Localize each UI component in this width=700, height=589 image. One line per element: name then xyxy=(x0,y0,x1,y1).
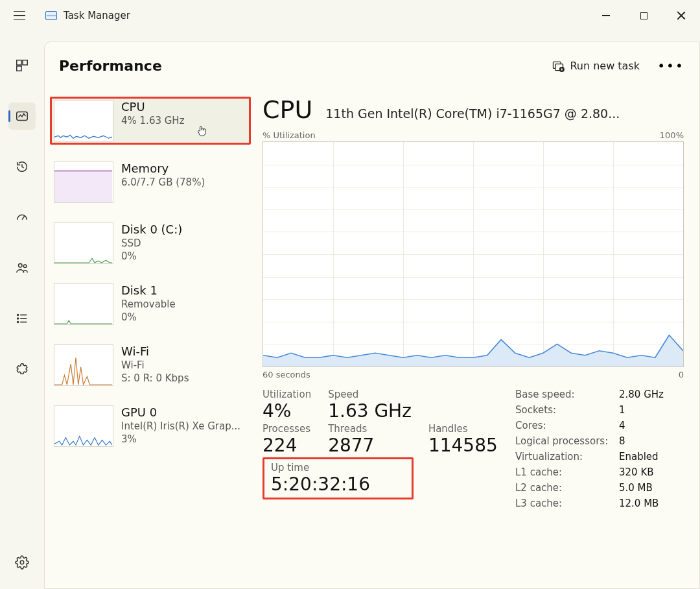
nav-settings[interactable] xyxy=(8,549,36,576)
mini-chart-gpu xyxy=(54,405,113,447)
mini-chart-wifi xyxy=(54,344,113,386)
perf-item-sub: Intel(R) Iris(R) Xe Grap... xyxy=(121,420,240,432)
main-panel: Performance Run new task ••• xyxy=(44,42,700,589)
cpu-chart[interactable] xyxy=(262,141,684,367)
cpu-model: 11th Gen Intel(R) Core(TM) i7-1165G7 @ 2… xyxy=(325,106,684,121)
stat-uptime-label: Up time xyxy=(271,462,370,474)
perf-list: CPU 4% 1.63 GHz Memor xyxy=(50,93,251,584)
mini-chart-memory xyxy=(54,162,113,203)
perf-item-disk0[interactable]: Disk 0 (C:) SSD 0% xyxy=(50,220,251,267)
maximize-button[interactable] xyxy=(625,3,662,29)
svg-rect-1 xyxy=(23,60,27,65)
perf-item-label: Disk 0 (C:) xyxy=(121,222,182,236)
nav-processes[interactable] xyxy=(8,52,36,79)
svg-point-10 xyxy=(18,322,19,323)
stat-speed-label: Speed xyxy=(328,389,412,400)
chart-xmax: 0 xyxy=(679,370,684,379)
perf-item-sub: SSD xyxy=(121,237,182,249)
perf-item-sub: Removable xyxy=(121,298,176,310)
run-new-task-button[interactable]: Run new task xyxy=(542,56,649,76)
perf-item-sub: 4% 1.63 GHz xyxy=(121,115,185,126)
perf-item-sub2: 0% xyxy=(121,311,176,323)
detail-pane: CPU 11th Gen Intel(R) Core(TM) i7-1165G7… xyxy=(251,93,699,584)
hamburger-button[interactable] xyxy=(5,1,34,30)
perf-item-sub2: 0% xyxy=(121,250,182,262)
stat-utilization-label: Utilization xyxy=(262,389,311,400)
run-task-icon xyxy=(552,60,563,71)
run-task-label: Run new task xyxy=(570,60,640,72)
svg-point-4 xyxy=(19,264,23,268)
mini-chart-disk0 xyxy=(54,222,113,264)
cursor-icon xyxy=(196,123,209,139)
perf-item-label: GPU 0 xyxy=(121,405,240,419)
chart-xmin: 60 seconds xyxy=(262,370,310,379)
uptime-highlight: Up time 5:20:32:16 xyxy=(262,457,414,499)
perf-item-disk1[interactable]: Disk 1 Removable 0% xyxy=(50,281,251,328)
perf-item-sub2: 3% xyxy=(121,433,240,445)
svg-point-5 xyxy=(23,265,27,268)
mini-chart-cpu xyxy=(54,100,113,141)
cpu-facts: Base speed:2.80 GHz Sockets:1 Cores:4 Lo… xyxy=(515,389,684,509)
stat-processes-label: Processes xyxy=(262,423,311,435)
minimize-button[interactable] xyxy=(587,3,625,29)
nav-app-history[interactable] xyxy=(8,153,36,180)
perf-item-label: CPU xyxy=(121,100,185,114)
perf-item-cpu[interactable]: CPU 4% 1.63 GHz xyxy=(50,97,251,145)
task-manager-icon xyxy=(45,10,57,21)
perf-item-memory[interactable]: Memory 6.0/7.7 GB (78%) xyxy=(50,159,251,206)
stat-uptime-value: 5:20:32:16 xyxy=(271,474,370,495)
svg-point-12 xyxy=(20,560,24,564)
nav-rail xyxy=(0,31,44,589)
perf-item-label: Memory xyxy=(121,162,205,175)
svg-rect-2 xyxy=(17,66,21,71)
perf-item-sub: 6.0/7.7 GB (78%) xyxy=(121,176,205,188)
nav-users[interactable] xyxy=(8,254,36,282)
nav-performance[interactable] xyxy=(8,102,36,130)
stat-processes-value: 224 xyxy=(262,435,311,456)
perf-item-wifi[interactable]: Wi-Fi Wi-Fi S: 0 R: 0 Kbps xyxy=(50,342,251,389)
detail-title: CPU xyxy=(262,95,312,124)
stat-speed-value: 1.63 GHz xyxy=(328,400,412,422)
nav-services[interactable] xyxy=(8,355,36,383)
titlebar: Task Manager xyxy=(0,0,700,31)
chart-ymax: 100% xyxy=(660,130,684,140)
page-title: Performance xyxy=(59,58,162,74)
stat-handles-value: 114585 xyxy=(428,435,498,456)
close-button[interactable] xyxy=(662,3,700,29)
panel-header: Performance Run new task ••• xyxy=(45,42,699,89)
svg-point-6 xyxy=(18,315,19,316)
perf-item-sub2: S: 0 R: 0 Kbps xyxy=(121,372,189,384)
stat-utilization-value: 4% xyxy=(262,400,311,422)
svg-point-8 xyxy=(18,318,19,319)
svg-rect-0 xyxy=(17,60,21,65)
app-title: Task Manager xyxy=(64,10,130,21)
mini-chart-disk1 xyxy=(54,283,113,325)
perf-item-sub: Wi-Fi xyxy=(121,359,189,371)
stat-threads-value: 2877 xyxy=(328,435,412,456)
chart-ylabel: % Utilization xyxy=(262,130,316,140)
perf-item-label: Wi-Fi xyxy=(121,344,189,358)
stat-threads-label: Threads xyxy=(328,423,412,435)
perf-item-gpu[interactable]: GPU 0 Intel(R) Iris(R) Xe Grap... 3% xyxy=(50,403,251,450)
more-button[interactable]: ••• xyxy=(657,53,685,78)
svg-rect-16 xyxy=(54,171,112,202)
perf-item-label: Disk 1 xyxy=(121,283,176,297)
stat-handles-label: Handles xyxy=(428,423,498,435)
nav-details[interactable] xyxy=(8,305,36,332)
nav-startup[interactable] xyxy=(8,204,36,231)
